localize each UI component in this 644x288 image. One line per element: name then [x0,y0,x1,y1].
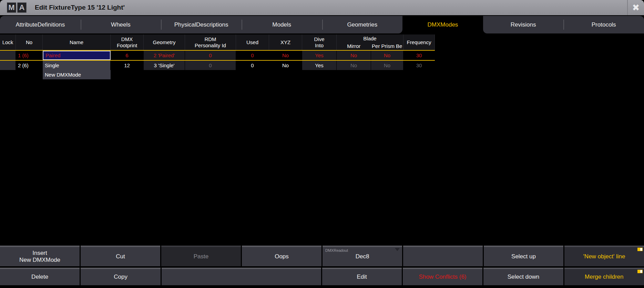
tab-revisions[interactable]: Revisions [483,16,564,33]
new-dmxmode-cell[interactable]: New DMXMode [43,70,111,79]
cell-blade-mirror[interactable]: No [337,61,371,70]
tab-protocols[interactable]: Protocols [563,16,644,33]
insert-new-dmxmode-button[interactable]: Insert New DMXMode [0,246,80,266]
tab-physicaldescriptions[interactable]: PhysicalDescriptions [161,16,242,33]
cell-used[interactable]: 0 [236,61,269,70]
cell-dive-into[interactable]: Yes [302,51,337,60]
delete-button[interactable]: Delete [0,268,80,285]
edit-button[interactable]: Edit [322,268,402,285]
column-header-name[interactable]: Name [43,34,111,50]
close-icon: ✖ [632,2,640,13]
cell-geometry[interactable]: 3 'Single' [144,61,185,70]
cell-dmx-footprint[interactable]: 12 [111,61,144,70]
column-header-dmx-footprint[interactable]: DMX Footprint [111,34,144,50]
cell-frequency[interactable]: 30 [403,61,435,70]
table-row-dmxmode-2[interactable]: 2 (6) Single 12 3 'Single' 0 0 No Yes No… [0,61,435,70]
table-header-row: Lock No Name DMX Footprint Geometry RDM … [0,34,435,50]
cell-no[interactable]: 1 (6) [16,51,43,60]
column-header-used[interactable]: Used [236,34,269,50]
cell-used[interactable]: 0 [236,51,269,60]
cell-xyz[interactable]: No [269,61,302,70]
column-header-geometry[interactable]: Geometry [144,34,185,50]
column-header-no[interactable]: No [16,34,43,50]
window-title: Edit FixtureType 15 '12 Light' [35,4,125,11]
column-header-lock[interactable]: Lock [0,34,16,50]
ma-logo-a: A [17,2,27,13]
cut-button[interactable]: Cut [81,246,160,266]
tab-models[interactable]: Models [242,16,322,33]
dmxmodes-table: Lock No Name DMX Footprint Geometry RDM … [0,34,435,79]
cell-rdm-personality-id[interactable]: 0 [185,51,236,60]
cell-geometry[interactable]: 2 'Paired' [144,51,185,60]
cell-name-selected[interactable]: Paired [43,51,111,60]
close-button[interactable]: ✖ [627,0,644,15]
cell-blade-per-prism[interactable]: No [371,51,403,60]
cell-blade-per-prism[interactable]: No [371,61,403,70]
merge-children-button[interactable]: Merge children [564,268,644,285]
cell-no[interactable]: 2 (6) [16,61,43,70]
tab-wheels[interactable]: Wheels [81,16,161,33]
cell-dmx-footprint[interactable]: 6 [111,51,144,60]
dmx-readout-value: Dec8 [356,253,369,260]
assign-indicator-icon [637,248,643,251]
toolbar-row-1: Insert New DMXMode Cut Paste Oops DMXRea… [0,246,644,266]
column-header-blade: Blade [337,36,403,41]
chevron-down-icon [395,248,400,251]
dmx-readout-label: DMXReadout [325,248,348,253]
tab-bar: AttributeDefinitions Wheels PhysicalDesc… [0,16,644,33]
select-up-button[interactable]: Select up [484,246,563,266]
show-conflicts-button[interactable]: Show Conflicts (6) [403,268,482,285]
select-down-button[interactable]: Select down [483,268,563,285]
assign-indicator-icon [637,270,643,273]
cell-rdm-personality-id[interactable]: 0 [185,61,236,70]
column-header-xyz[interactable]: XYZ [269,34,302,50]
tab-dmxmodes[interactable]: DMXModes [402,16,483,33]
column-header-frequency[interactable]: Frequency [403,34,435,50]
oops-button[interactable]: Oops [242,246,321,266]
column-header-blade-per-prism: Per Prism Be [371,43,403,49]
column-header-dive-into[interactable]: Dive Into [302,34,337,50]
table-row-dmxmode-1[interactable]: 1 (6) Paired 6 2 'Paired' 0 0 No Yes No … [0,51,435,60]
table-row-new-dmxmode: New DMXMode [0,70,435,79]
ma-logo-m: M [7,2,16,13]
tab-geometries[interactable]: Geometries [322,16,403,33]
toolbar-row-2: Delete Copy Edit Show Conflicts (6) Sele… [0,268,644,285]
column-header-rdm-personality-id[interactable]: RDM Personality Id [185,34,236,50]
cell-lock[interactable] [0,51,16,60]
cell-name[interactable]: Single [43,61,111,70]
copy-button[interactable]: Copy [81,268,160,285]
empty-button[interactable] [403,246,483,266]
new-object-line-button[interactable]: 'New object' line [564,246,644,266]
cell-frequency[interactable]: 30 [403,51,435,60]
title-bar: M A Edit FixtureType 15 '12 Light' ✖ [0,0,644,15]
dmx-readout-dropdown[interactable]: DMXReadout Dec8 [323,246,402,266]
cell-blade-mirror[interactable]: No [337,51,371,60]
cell-dive-into[interactable]: Yes [302,61,337,70]
empty-wide-button[interactable] [162,268,321,285]
column-header-blade-mirror: Mirror [337,43,371,49]
cell-xyz[interactable]: No [269,51,302,60]
column-header-blade-group[interactable]: Blade Mirror Per Prism Be [337,34,403,50]
tab-attributedefinitions[interactable]: AttributeDefinitions [0,16,81,33]
paste-button[interactable]: Paste [161,246,241,266]
cell-lock[interactable] [0,61,16,70]
ma-logo: M A [7,2,27,13]
